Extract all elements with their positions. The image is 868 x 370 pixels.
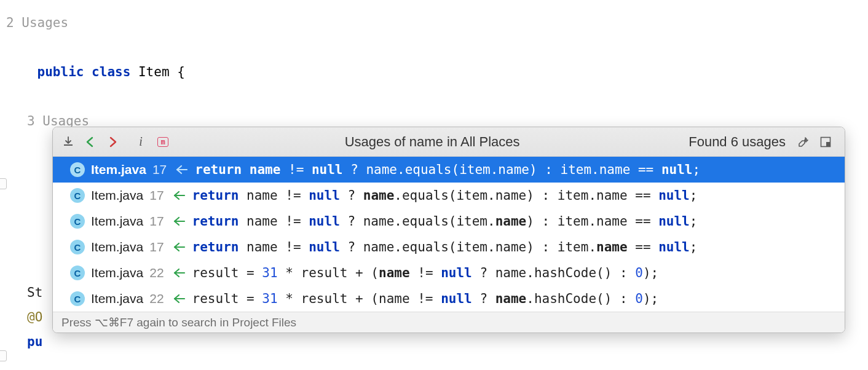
method-icon[interactable]: m	[154, 133, 172, 151]
usage-file-label: Item.java	[91, 240, 143, 254]
usage-snippet: return name != null ? name.equals(item.n…	[195, 162, 700, 177]
read-access-icon	[173, 294, 186, 304]
usages-hint[interactable]: 2 Usages	[6, 11, 868, 36]
usage-line-number: 17	[149, 214, 164, 229]
svg-rect-1	[826, 142, 830, 146]
usages-list: CItem.java17return name != null ? name.e…	[53, 157, 845, 312]
read-access-icon	[173, 216, 186, 226]
usage-file-label: Item.java	[91, 266, 143, 280]
gutter-override-icon[interactable]	[0, 350, 7, 361]
open-in-tool-window-icon[interactable]	[59, 133, 77, 151]
class-icon: C	[70, 214, 85, 229]
usage-line-number: 22	[149, 291, 164, 306]
usages-toolbar: i m Usages of name in All Places Found 6…	[53, 127, 845, 157]
wrench-icon[interactable]	[794, 133, 813, 151]
usage-row[interactable]: CItem.java17return name != null ? name.e…	[53, 157, 845, 183]
usage-file-label: Item.java	[91, 291, 143, 306]
usage-snippet: return name != null ? name.equals(item.n…	[192, 188, 698, 203]
class-icon: C	[70, 291, 85, 306]
usage-line-number: 17	[152, 162, 167, 177]
next-occurrence-icon[interactable]	[103, 133, 122, 151]
read-access-icon	[173, 268, 186, 278]
usages-footer: Press ⌥⌘F7 again to search in Project Fi…	[53, 312, 845, 333]
class-icon: C	[70, 240, 85, 254]
usage-row[interactable]: CItem.java17return name != null ? name.e…	[53, 183, 845, 208]
usage-snippet: return name != null ? name.equals(item.n…	[192, 240, 698, 254]
usage-line-number: 22	[149, 266, 164, 280]
class-icon: C	[70, 266, 85, 280]
usage-file-label: Item.java	[91, 188, 143, 203]
usage-line-number: 17	[149, 240, 164, 254]
read-access-icon	[175, 165, 189, 175]
usage-snippet: result = 31 * result + (name != null ? n…	[192, 266, 659, 280]
read-access-icon	[173, 242, 186, 252]
gutter-override-icon[interactable]	[0, 178, 7, 189]
usages-popup-title: Usages of name in All Places	[176, 134, 688, 150]
class-icon: C	[70, 188, 85, 203]
code-line: public class Item {	[6, 36, 868, 109]
read-access-icon	[173, 191, 186, 200]
code-line: pu	[6, 330, 868, 355]
usage-snippet: return name != null ? name.equals(item.n…	[192, 214, 698, 229]
usage-row[interactable]: CItem.java17return name != null ? name.e…	[53, 208, 845, 234]
usage-row[interactable]: CItem.java17return name != null ? name.e…	[53, 234, 845, 260]
usage-line-number: 17	[149, 188, 164, 203]
class-icon: C	[70, 162, 85, 177]
usages-found-label: Found 6 usages	[688, 134, 786, 150]
usage-row[interactable]: CItem.java22result = 31 * result + (name…	[53, 286, 845, 312]
pin-window-icon[interactable]	[816, 133, 835, 151]
usage-row[interactable]: CItem.java22result = 31 * result + (name…	[53, 260, 845, 286]
info-icon[interactable]: i	[132, 133, 150, 151]
prev-occurrence-icon[interactable]	[81, 133, 100, 151]
usages-popup: i m Usages of name in All Places Found 6…	[52, 127, 845, 333]
usage-file-label: Item.java	[91, 214, 143, 229]
usage-file-label: Item.java	[91, 162, 146, 177]
usage-snippet: result = 31 * result + (name != null ? n…	[192, 291, 659, 306]
